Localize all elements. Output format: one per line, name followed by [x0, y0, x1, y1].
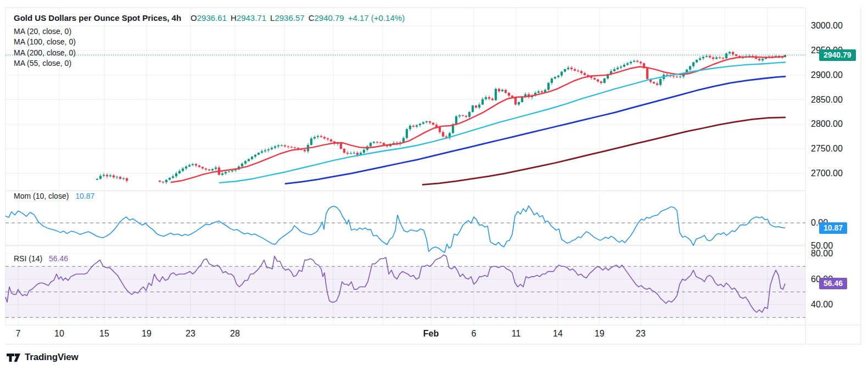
- low-value: 2936.57: [275, 13, 304, 23]
- price-tick-label: 2750.00: [811, 144, 858, 154]
- rsi-tick-label: 40.00: [811, 300, 858, 310]
- overlay-ma55-line: [220, 63, 785, 183]
- ma55-legend[interactable]: MA (55, close, 0): [14, 59, 71, 68]
- price-tick-label: 3000.00: [811, 21, 858, 31]
- tradingview-chart: Gold US Dollars per Ounce Spot Prices, 4…: [0, 0, 868, 370]
- momentum-line: [5, 206, 785, 253]
- close-label: C: [309, 13, 315, 23]
- time-tick-label: 28: [230, 329, 240, 339]
- rsi-tick-label: 80.00: [811, 249, 858, 259]
- symbol-title: Gold US Dollars per Ounce Spot Prices, 4…: [14, 13, 181, 23]
- open-label: O: [191, 13, 197, 23]
- tradingview-logo-icon: [7, 353, 21, 362]
- momentum-legend-value: 10.87: [75, 192, 94, 200]
- close-value: 2940.79: [314, 13, 344, 23]
- time-tick-label: 7: [16, 329, 21, 339]
- time-tick-label: 19: [142, 329, 152, 339]
- time-tick-label: 6: [472, 329, 477, 339]
- last-price-badge: 2940.79: [819, 49, 856, 61]
- high-value: 2943.71: [237, 13, 266, 23]
- moving-averages-layer: [171, 57, 785, 185]
- tradingview-watermark[interactable]: TradingView: [7, 352, 79, 363]
- price-tick-label: 2850.00: [811, 95, 858, 105]
- change-value: +4.17 (+0.14%): [348, 13, 405, 23]
- momentum-legend[interactable]: Mom (10, close) 10.87: [14, 192, 94, 200]
- time-tick-label: 23: [186, 329, 195, 339]
- rsi-legend-value: 56.46: [49, 254, 68, 263]
- price-tick-label: 2900.00: [811, 70, 858, 80]
- momentum-legend-name: Mom (10, close): [14, 192, 69, 200]
- ma20-legend[interactable]: MA (20, close, 0): [14, 27, 71, 36]
- open-value: 2936.61: [197, 13, 227, 23]
- time-tick-label: 14: [553, 329, 563, 339]
- time-tick-label: 11: [512, 329, 521, 339]
- high-label: H: [231, 13, 237, 23]
- price-tick-label: 2700.00: [811, 169, 858, 178]
- rsi-legend[interactable]: RSI (14) 56.46: [14, 254, 68, 263]
- ma200-legend[interactable]: MA (200, close, 0): [14, 48, 76, 57]
- price-tick-label: 2800.00: [811, 119, 858, 129]
- momentum-value-badge: 10.87: [819, 222, 847, 234]
- time-tick-label: Feb: [423, 329, 439, 339]
- time-tick-label: 23: [636, 329, 646, 339]
- tradingview-logo-text: TradingView: [25, 352, 79, 363]
- time-tick-label: 10: [54, 329, 64, 339]
- symbol-header[interactable]: Gold US Dollars per Ounce Spot Prices, 4…: [14, 13, 405, 23]
- time-tick-label: 19: [595, 329, 604, 339]
- rsi-legend-name: RSI (14): [14, 254, 42, 263]
- ma100-legend[interactable]: MA (100, close, 0): [14, 37, 76, 46]
- overlay-ma200-line: [423, 117, 785, 185]
- time-tick-label: 15: [99, 329, 109, 339]
- chart-canvas[interactable]: [0, 0, 868, 370]
- rsi-value-badge: 56.46: [819, 278, 847, 289]
